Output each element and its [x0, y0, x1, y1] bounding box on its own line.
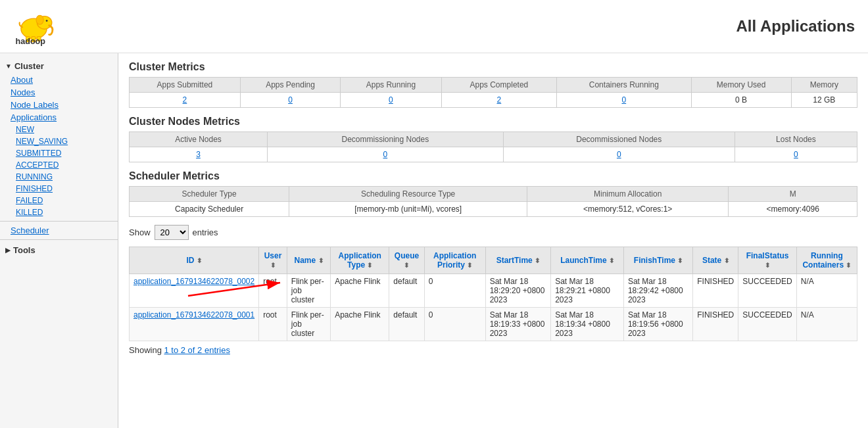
- val-decommissioning-nodes[interactable]: 0: [268, 147, 504, 162]
- showing-link[interactable]: 1 to 2 of 2 entries: [164, 345, 229, 355]
- th-final-status[interactable]: FinalStatus ⬍: [738, 247, 797, 274]
- col-active-nodes: Active Nodes: [130, 132, 268, 147]
- cluster-section-header[interactable]: ▼ Cluster: [0, 59, 118, 74]
- state-sort-icon: ⬍: [724, 257, 729, 264]
- final-sort-icon: ⬍: [765, 262, 770, 269]
- svg-point-3: [46, 20, 48, 22]
- user-sort-icon: ⬍: [270, 262, 276, 269]
- col-apps-completed: Apps Completed: [441, 78, 557, 93]
- col-scheduler-type: Scheduler Type: [130, 187, 289, 202]
- val-apps-submitted[interactable]: 2: [130, 93, 241, 108]
- table-footer: Showing 1 to 2 of 2 entries: [129, 341, 857, 359]
- svg-text:hadoop: hadoop: [16, 37, 46, 46]
- val-apps-running[interactable]: 0: [341, 93, 441, 108]
- th-state[interactable]: State ⬍: [693, 247, 738, 274]
- cell-queue: default: [389, 308, 424, 341]
- show-entries-control: Show 10 20 25 50 100 entries: [129, 225, 857, 240]
- cell-app-type: Apache Flink: [331, 274, 389, 308]
- cell-name: Flink per-job cluster: [287, 308, 330, 341]
- sidebar-item-scheduler[interactable]: Scheduler: [0, 224, 118, 237]
- scheduler-metrics-table: Scheduler Type Scheduling Resource Type …: [129, 186, 857, 217]
- col-scheduling-resource-type: Scheduling Resource Type: [289, 187, 527, 202]
- sidebar-item-new-saving[interactable]: NEW_SAVING: [0, 135, 118, 147]
- cell-id: application_1679134622078_0002: [130, 274, 259, 308]
- val-minimum-allocation: <memory:512, vCores:1>: [527, 202, 729, 217]
- cell-start-time: Sat Mar 18 18:19:33 +0800 2023: [485, 308, 550, 341]
- th-launch-time[interactable]: LaunchTime ⬍: [551, 247, 624, 274]
- th-priority[interactable]: Application Priority ⬍: [424, 247, 485, 274]
- entries-select[interactable]: 10 20 25 50 100: [155, 225, 189, 240]
- cell-final-status: SUCCEEDED: [738, 308, 797, 341]
- sidebar-item-finished[interactable]: FINISHED: [0, 183, 118, 195]
- cell-finish-time: Sat Mar 18 18:29:42 +0800 2023: [623, 274, 692, 308]
- cluster-metrics-title: Cluster Metrics: [129, 61, 857, 73]
- cell-state: FINISHED: [693, 308, 738, 341]
- content-area: Cluster Metrics Apps Submitted Apps Pend…: [118, 53, 868, 428]
- app-id-link[interactable]: application_1679134622078_0001: [133, 310, 254, 320]
- val-lost-nodes[interactable]: 0: [735, 147, 857, 162]
- cluster-arrow-icon: ▼: [5, 62, 12, 70]
- table-row: application_1679134622078_0002rootFlink …: [130, 274, 857, 308]
- val-apps-completed[interactable]: 2: [441, 93, 557, 108]
- sidebar-item-failed[interactable]: FAILED: [0, 195, 118, 206]
- showing-text-content: Showing 1 to 2 of 2 entries: [129, 345, 230, 355]
- th-app-type[interactable]: Application Type ⬍: [331, 247, 389, 274]
- table-row: application_1679134622078_0001rootFlink …: [130, 308, 857, 341]
- finish-sort-icon: ⬍: [677, 257, 683, 264]
- sidebar-item-node-labels[interactable]: Node Labels: [0, 99, 118, 111]
- hadoop-logo-icon: hadoop: [13, 7, 59, 46]
- sidebar-item-nodes[interactable]: Nodes: [0, 86, 118, 99]
- cluster-label: Cluster: [14, 61, 44, 71]
- tools-section-header[interactable]: ▶ Tools: [0, 243, 118, 258]
- val-containers-running[interactable]: 0: [557, 93, 691, 108]
- cell-launch-time: Sat Mar 18 18:19:34 +0800 2023: [551, 308, 624, 341]
- tools-label: Tools: [13, 245, 36, 255]
- val-decommissioned-nodes[interactable]: 0: [503, 147, 735, 162]
- sidebar-divider-2: [0, 239, 118, 240]
- th-start-time[interactable]: StartTime ⬍: [485, 247, 550, 274]
- cell-running-containers: N/A: [796, 274, 857, 308]
- cell-queue: default: [389, 274, 424, 308]
- sidebar-item-killed[interactable]: KILLED: [0, 206, 118, 218]
- sidebar-item-about[interactable]: About: [0, 74, 118, 86]
- th-name[interactable]: Name ⬍: [287, 247, 330, 274]
- entries-label: entries: [193, 227, 218, 237]
- name-sort-icon: ⬍: [318, 257, 324, 264]
- app-id-link[interactable]: application_1679134622078_0002: [133, 277, 254, 286]
- svg-point-2: [36, 15, 43, 24]
- cell-start-time: Sat Mar 18 18:29:20 +0800 2023: [485, 274, 550, 308]
- cluster-metrics-table: Apps Submitted Apps Pending Apps Running…: [129, 77, 857, 108]
- th-user[interactable]: User ⬍: [259, 247, 287, 274]
- sidebar-item-running[interactable]: RUNNING: [0, 171, 118, 183]
- scheduler-metrics-title: Scheduler Metrics: [129, 170, 857, 182]
- containers-sort-icon: ⬍: [846, 262, 851, 269]
- val-apps-pending[interactable]: 0: [240, 93, 340, 108]
- cell-priority: 0: [424, 308, 485, 341]
- th-running-containers[interactable]: Running Containers ⬍: [796, 247, 857, 274]
- th-finish-time[interactable]: FinishTime ⬍: [623, 247, 692, 274]
- th-id[interactable]: ID ⬍: [130, 247, 259, 274]
- col-m: M: [729, 187, 857, 202]
- id-sort-icon: ⬍: [197, 257, 202, 264]
- cell-user: root: [259, 274, 287, 308]
- sidebar-item-accepted[interactable]: ACCEPTED: [0, 159, 118, 171]
- cluster-section: ▼ Cluster About Nodes Node Labels Applic…: [0, 59, 118, 218]
- sidebar: ▼ Cluster About Nodes Node Labels Applic…: [0, 53, 118, 428]
- val-active-nodes[interactable]: 3: [130, 147, 268, 162]
- cell-state: FINISHED: [693, 274, 738, 308]
- tools-arrow-icon: ▶: [5, 247, 11, 254]
- cell-app-type: Apache Flink: [331, 308, 389, 341]
- cell-finish-time: Sat Mar 18 18:19:56 +0800 2023: [623, 308, 692, 341]
- queue-sort-icon: ⬍: [404, 262, 409, 269]
- cell-launch-time: Sat Mar 18 18:29:21 +0800 2023: [551, 274, 624, 308]
- page-header: hadoop All Applications: [0, 0, 868, 53]
- sidebar-item-submitted[interactable]: SUBMITTED: [0, 147, 118, 159]
- col-memory: Memory: [791, 78, 857, 93]
- sidebar-item-applications[interactable]: Applications: [0, 111, 118, 124]
- logo: hadoop: [13, 7, 59, 46]
- th-queue[interactable]: Queue ⬍: [389, 247, 424, 274]
- col-apps-running: Apps Running: [341, 78, 441, 93]
- val-m: <memory:4096: [729, 202, 857, 217]
- cell-id: application_1679134622078_0001: [130, 308, 259, 341]
- sidebar-item-new[interactable]: NEW: [0, 124, 118, 135]
